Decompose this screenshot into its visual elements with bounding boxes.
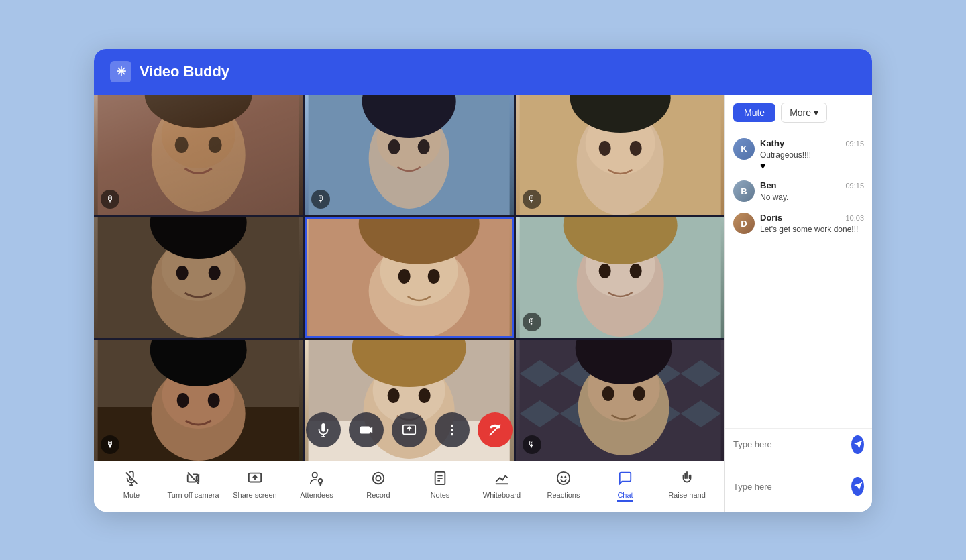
toolbar-share[interactable]: Share screen bbox=[224, 467, 286, 506]
more-options-button[interactable] bbox=[435, 412, 470, 447]
bottom-send-button[interactable] bbox=[851, 477, 864, 496]
msg-text-3: Let's get some work done!!! bbox=[760, 224, 864, 235]
chat-toolbar: Mute More ▾ bbox=[725, 95, 872, 131]
svg-point-3 bbox=[175, 137, 189, 153]
toolbar-camera[interactable]: Turn off camera bbox=[162, 467, 224, 506]
chat-input[interactable] bbox=[733, 439, 846, 449]
toolbar-raise-hand[interactable]: Raise hand bbox=[656, 467, 718, 506]
svg-point-48 bbox=[419, 388, 431, 403]
msg-text-1: Outrageous!!!! bbox=[760, 150, 864, 161]
msg-time-1: 09:15 bbox=[845, 139, 864, 148]
mic-button[interactable] bbox=[306, 412, 341, 447]
toolbar-mute[interactable]: Mute bbox=[101, 467, 162, 506]
chat-message-1: K Kathy 09:15 Outrageous!!!! ♥ bbox=[733, 138, 864, 172]
svg-point-40 bbox=[177, 393, 189, 408]
msg-time-2: 09:15 bbox=[845, 182, 864, 190]
svg-point-10 bbox=[418, 139, 430, 154]
more-button[interactable]: More ▾ bbox=[781, 103, 827, 123]
video-cell-7: 🎙 bbox=[94, 340, 303, 461]
floating-controls bbox=[306, 412, 513, 447]
chat-messages: K Kathy 09:15 Outrageous!!!! ♥ B bbox=[725, 131, 872, 428]
svg-point-62 bbox=[451, 433, 453, 435]
chat-message-2: B Ben 09:15 No way. bbox=[733, 180, 864, 203]
app-logo: ✳ bbox=[110, 61, 131, 82]
svg-point-53 bbox=[602, 386, 614, 401]
toolbar-notes-label: Notes bbox=[431, 491, 450, 499]
msg-content-2: Ben 09:15 No way. bbox=[760, 180, 864, 203]
chat-panel: Mute More ▾ K Kathy 09:15 Outrageous!!!! bbox=[724, 95, 872, 461]
video-cell-4 bbox=[94, 217, 303, 338]
svg-point-61 bbox=[451, 429, 453, 431]
svg-point-79 bbox=[561, 475, 563, 478]
mute-icon-6: 🎙 bbox=[523, 313, 541, 331]
svg-point-72 bbox=[376, 475, 380, 480]
toolbar-reactions[interactable]: Reactions bbox=[533, 467, 594, 506]
end-call-button[interactable] bbox=[478, 412, 513, 447]
avatar-kathy: K bbox=[733, 138, 755, 160]
mute-icon-2: 🎙 bbox=[311, 190, 330, 209]
svg-point-78 bbox=[557, 471, 570, 484]
svg-point-4 bbox=[209, 137, 222, 153]
toolbar-attendees-label: Attendees bbox=[300, 491, 333, 499]
svg-rect-58 bbox=[360, 426, 370, 433]
toolbar-chat-label: Chat bbox=[617, 491, 633, 502]
toolbar-raise-hand-label: Raise hand bbox=[668, 491, 706, 499]
svg-point-15 bbox=[598, 141, 610, 156]
svg-point-33 bbox=[598, 264, 610, 278]
toolbar-record-label: Record bbox=[366, 491, 390, 499]
avatar-doris: D bbox=[733, 213, 755, 234]
bottom-chat-field[interactable] bbox=[733, 482, 846, 492]
main-area: 🎙 🎙 bbox=[94, 95, 872, 461]
svg-point-54 bbox=[633, 386, 645, 401]
chat-message-3: D Doris 10:03 Let's get some work done!!… bbox=[733, 213, 864, 235]
header: ✳ Video Buddy bbox=[94, 49, 872, 95]
video-cell-2: 🎙 bbox=[305, 95, 513, 215]
msg-time-3: 10:03 bbox=[845, 214, 864, 222]
svg-point-34 bbox=[629, 264, 641, 278]
toolbar-attendees[interactable]: Attendees bbox=[286, 467, 347, 506]
svg-point-41 bbox=[208, 393, 220, 408]
video-cell-6: 🎙 bbox=[516, 217, 724, 338]
video-cell-9: 🎙 bbox=[516, 340, 724, 461]
avatar-ben: B bbox=[733, 180, 755, 202]
app-title: Video Buddy bbox=[140, 63, 229, 80]
msg-sender-2: Ben bbox=[760, 180, 777, 190]
svg-point-21 bbox=[176, 266, 189, 280]
video-cell-5 bbox=[305, 217, 513, 338]
chat-input-area bbox=[725, 428, 872, 461]
toolbar-record[interactable]: Record bbox=[347, 467, 409, 506]
toolbar-share-label: Share screen bbox=[233, 491, 276, 499]
svg-point-80 bbox=[564, 475, 566, 478]
toolbar-chat[interactable]: Chat bbox=[594, 467, 656, 506]
mute-button[interactable]: Mute bbox=[733, 103, 775, 122]
video-cell-1: 🎙 bbox=[94, 95, 303, 215]
svg-point-71 bbox=[373, 472, 384, 484]
toolbar-camera-label: Turn off camera bbox=[167, 491, 219, 499]
svg-point-22 bbox=[209, 266, 221, 280]
mute-icon-3: 🎙 bbox=[523, 190, 541, 209]
toolbar-whiteboard-label: Whiteboard bbox=[483, 491, 521, 499]
bottom-bar: Mute Turn off camera bbox=[94, 461, 872, 512]
video-cell-3: 🎙 bbox=[516, 95, 724, 215]
send-button[interactable] bbox=[851, 435, 864, 454]
toolbar-notes[interactable]: Notes bbox=[409, 467, 471, 506]
msg-sender-3: Doris bbox=[760, 213, 782, 223]
bottom-chat-input bbox=[724, 461, 872, 512]
bottom-toolbar: Mute Turn off camera bbox=[94, 461, 724, 512]
toolbar-mute-label: Mute bbox=[123, 491, 140, 499]
svg-point-47 bbox=[388, 388, 400, 403]
svg-point-28 bbox=[428, 269, 440, 284]
toolbar-whiteboard[interactable]: Whiteboard bbox=[471, 467, 533, 506]
svg-point-27 bbox=[398, 269, 411, 284]
svg-point-16 bbox=[629, 141, 641, 156]
msg-content-3: Doris 10:03 Let's get some work done!!! bbox=[760, 213, 864, 235]
mute-icon-9: 🎙 bbox=[523, 435, 541, 454]
camera-button[interactable] bbox=[349, 412, 384, 447]
msg-emoji-1: ♥ bbox=[760, 160, 864, 171]
svg-point-69 bbox=[313, 472, 317, 477]
mute-icon-1: 🎙 bbox=[101, 190, 119, 209]
mute-icon-7: 🎙 bbox=[101, 435, 119, 454]
share-button[interactable] bbox=[392, 412, 427, 447]
msg-content-1: Kathy 09:15 Outrageous!!!! ♥ bbox=[760, 138, 864, 172]
msg-text-2: No way. bbox=[760, 192, 864, 203]
